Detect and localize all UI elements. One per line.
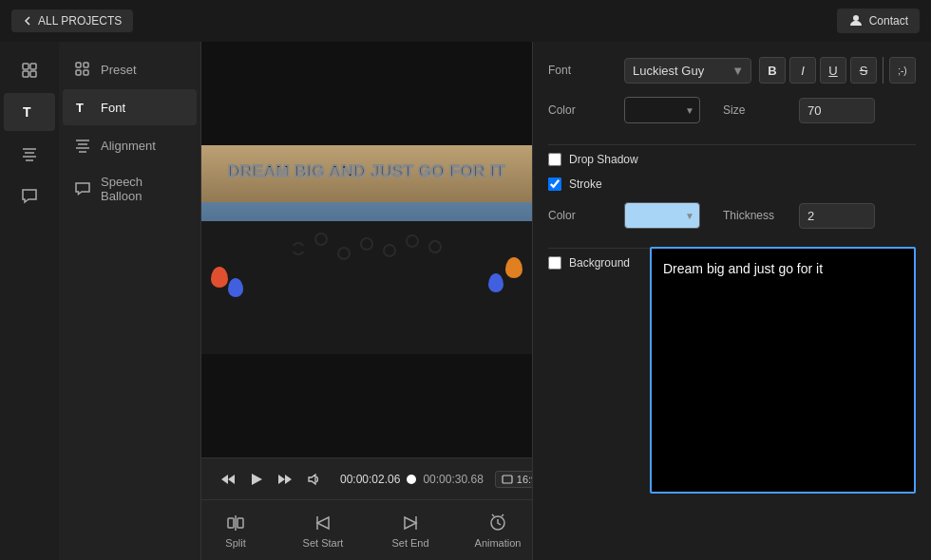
underline-button[interactable]: U [820, 57, 846, 84]
set-end-icon [400, 513, 421, 533]
contact-label: Contact [869, 14, 908, 28]
video-container: DREAM BIG AND JUST GO FOR IT [201, 145, 532, 354]
svg-rect-3 [23, 71, 28, 77]
aspect-label: 16:9 [517, 474, 532, 485]
left-balloon-icon [74, 180, 91, 197]
svg-marker-19 [221, 475, 228, 484]
sidebar-item-font[interactable]: T [4, 93, 55, 131]
split-button[interactable]: Split [207, 507, 264, 554]
italic-button[interactable]: I [789, 57, 816, 84]
left-panel-speech-balloon[interactable]: Speech Balloon [63, 165, 197, 213]
text-preview[interactable]: Dream big and just go for it [650, 247, 916, 494]
bold-label: B [768, 64, 776, 78]
bold-button[interactable]: B [759, 57, 786, 84]
text-preview-content: Dream big and just go for it [663, 260, 823, 279]
drop-shadow-row: Drop Shadow [548, 153, 916, 166]
rewind-button[interactable] [217, 468, 239, 491]
svg-text:T: T [76, 101, 84, 115]
chevron-left-icon [23, 16, 32, 26]
left-font-icon: T [74, 99, 91, 116]
sidebar-item-speech-balloon[interactable] [4, 177, 55, 215]
set-start-label: Set Start [303, 537, 344, 549]
left-panel-preset[interactable]: Preset [63, 51, 197, 87]
color-swatch[interactable] [624, 97, 700, 123]
fast-forward-button[interactable] [274, 468, 296, 491]
stroke-color-picker: ▼ [624, 202, 700, 229]
size-label: Size [723, 103, 791, 117]
back-label: ALL PROJECTS [38, 14, 122, 28]
size-input[interactable] [799, 98, 875, 123]
split-icon [225, 513, 246, 533]
animation-label: Animation [475, 537, 522, 549]
play-button[interactable] [245, 468, 268, 491]
back-button[interactable]: ALL PROJECTS [11, 9, 133, 32]
sidebar-item-alignment[interactable] [4, 135, 55, 173]
video-preview: DREAM BIG AND JUST GO FOR IT [201, 42, 532, 457]
stroke-checkbox[interactable] [548, 177, 561, 191]
italic-label: I [801, 64, 805, 78]
color-label: Color [548, 103, 617, 117]
thickness-label: Thickness [723, 209, 791, 222]
strikethrough-button[interactable]: S [850, 57, 877, 84]
sidebar-item-preset[interactable] [4, 51, 55, 89]
animation-button[interactable]: Animation [469, 507, 526, 554]
center-area: DREAM BIG AND JUST GO FOR IT [201, 42, 532, 560]
color-picker-wrapper: ▼ [624, 97, 700, 123]
scrubber-handle [407, 475, 416, 484]
stroke-color-swatch[interactable] [624, 202, 700, 229]
fast-forward-icon [278, 473, 292, 486]
font-icon: T [20, 103, 39, 121]
font-label: Font [548, 64, 617, 77]
split-label: Split [225, 537, 245, 549]
svg-rect-24 [503, 476, 512, 483]
divider-1 [548, 144, 916, 145]
svg-text:T: T [23, 104, 31, 120]
stroke-color-label: Color [548, 209, 617, 222]
left-panel: Preset T Font Alignment Speech Balloon [59, 42, 201, 560]
left-font-label: Font [101, 101, 125, 115]
emoji-label: ;-) [898, 65, 906, 76]
svg-rect-33 [238, 518, 243, 528]
volume-button[interactable] [302, 468, 325, 491]
timeline-bar: 00:00:02.06 00:00:30.68 16:9 [201, 457, 532, 499]
main-content: T Preset T Font [0, 42, 931, 560]
drop-shadow-checkbox[interactable] [548, 153, 561, 166]
timeline-controls [217, 468, 325, 491]
thickness-input[interactable] [799, 203, 875, 229]
left-alignment-icon [74, 137, 91, 154]
alignment-icon [20, 144, 39, 163]
svg-marker-21 [252, 474, 262, 485]
stroke-label[interactable]: Stroke [569, 177, 602, 191]
svg-rect-1 [23, 64, 28, 69]
left-panel-font[interactable]: T Font [63, 89, 197, 125]
font-row: Font Luckiest Guy Arial Helvetica ▼ B I … [548, 57, 916, 84]
play-icon [250, 473, 263, 486]
rewind-icon [221, 473, 235, 486]
svg-rect-32 [228, 518, 234, 528]
svg-rect-4 [30, 71, 36, 77]
format-separator [883, 57, 884, 84]
bottom-toolbar: Add Text Edit Text Split Set Start [201, 499, 532, 560]
left-panel-alignment[interactable]: Alignment [63, 127, 197, 163]
font-select[interactable]: Luckiest Guy Arial Helvetica [624, 58, 751, 84]
background-checkbox[interactable] [548, 256, 561, 270]
drop-shadow-label[interactable]: Drop Shadow [569, 153, 638, 166]
contact-button[interactable]: Contact [837, 9, 920, 33]
svg-marker-20 [228, 475, 235, 484]
user-icon [848, 13, 864, 28]
animation-icon [487, 513, 508, 533]
aspect-ratio-badge: 16:9 [495, 471, 532, 488]
set-start-button[interactable]: Set Start [294, 507, 352, 554]
strikethrough-label: S [860, 64, 868, 78]
emoji-button[interactable]: ;-) [889, 57, 916, 84]
svg-rect-13 [84, 70, 88, 75]
font-select-wrapper: Luckiest Guy Arial Helvetica ▼ [624, 58, 751, 84]
set-start-icon [313, 513, 333, 533]
total-time: 00:00:30.68 [423, 473, 483, 486]
background-label[interactable]: Background [569, 256, 630, 270]
left-speech-label: Speech Balloon [101, 175, 185, 203]
set-end-button[interactable]: Set End [382, 507, 439, 554]
svg-marker-23 [285, 475, 292, 484]
stroke-detail-row: Color ▼ Thickness [548, 202, 916, 229]
current-time: 00:00:02.06 [340, 473, 400, 486]
